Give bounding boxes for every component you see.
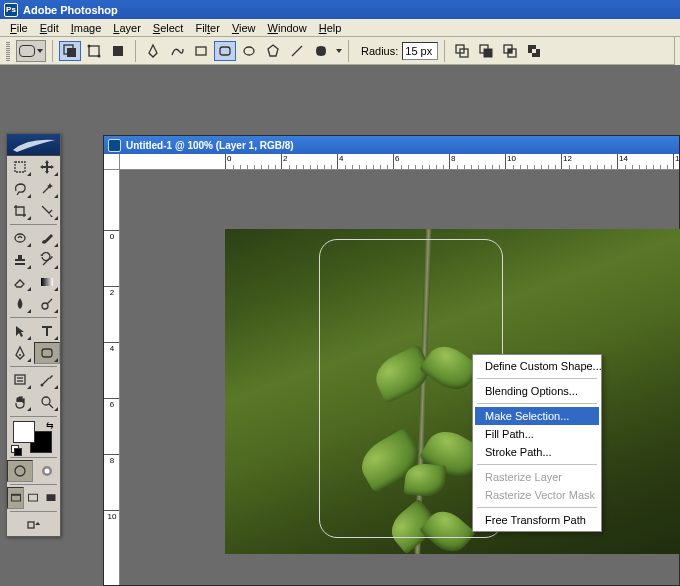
svg-point-8	[244, 47, 254, 55]
ruler-tick: 16	[673, 154, 679, 170]
healing-brush-tool[interactable]	[7, 227, 33, 249]
radius-label: Radius:	[361, 45, 398, 57]
eyedropper-tool[interactable]	[34, 369, 60, 391]
ruler-tick: 0	[225, 154, 231, 170]
rounded-rectangle-tool[interactable]	[34, 342, 60, 364]
fill-pixels-mode[interactable]	[107, 41, 129, 61]
rounded-rectangle-shape[interactable]	[214, 41, 236, 61]
svg-point-4	[98, 54, 101, 57]
horizontal-ruler[interactable]: 024681012141618	[120, 154, 679, 170]
docked-palette-edge[interactable]	[674, 37, 680, 65]
svg-point-22	[15, 234, 25, 242]
ruler-tick: 2	[281, 154, 287, 170]
marquee-tool[interactable]	[7, 156, 33, 178]
tools-palette[interactable]: ⇆	[6, 133, 61, 537]
pen-tool-option[interactable]	[142, 41, 164, 61]
document-titlebar[interactable]: Untitled-1 @ 100% (Layer 1, RGB/8)	[104, 136, 679, 154]
paths-mode[interactable]	[83, 41, 105, 61]
polygon-shape[interactable]	[262, 41, 284, 61]
dodge-tool[interactable]	[34, 293, 60, 315]
svg-rect-5	[113, 46, 123, 56]
photoshop-icon: Ps	[4, 3, 18, 17]
context-menu-item[interactable]: Free Transform Path	[475, 511, 599, 529]
svg-marker-9	[268, 45, 278, 56]
menu-select[interactable]: Select	[147, 20, 190, 36]
ellipse-shape[interactable]	[238, 41, 260, 61]
move-tool[interactable]	[34, 156, 60, 178]
ruler-tick: 14	[617, 154, 628, 170]
history-brush-tool[interactable]	[34, 249, 60, 271]
jump-to-imageready[interactable]	[7, 514, 60, 536]
default-colors-icon[interactable]	[11, 445, 21, 455]
context-menu-separator	[477, 464, 597, 465]
context-menu-separator	[477, 378, 597, 379]
menu-view[interactable]: View	[226, 20, 262, 36]
add-to-shape-area[interactable]	[451, 41, 473, 61]
type-tool[interactable]	[34, 320, 60, 342]
brush-tool[interactable]	[34, 227, 60, 249]
full-screen-mode[interactable]	[42, 487, 59, 509]
document-title: Untitled-1 @ 100% (Layer 1, RGB/8)	[126, 140, 294, 151]
gradient-tool[interactable]	[34, 271, 60, 293]
ruler-tick: 12	[561, 154, 572, 170]
pen-tool[interactable]	[7, 342, 33, 364]
path-select-tool[interactable]	[7, 320, 33, 342]
svg-rect-20	[532, 49, 536, 53]
context-menu-item[interactable]: Blending Options...	[475, 382, 599, 400]
freeform-pen-option[interactable]	[166, 41, 188, 61]
ruler-tick: 10	[104, 510, 120, 521]
lasso-tool[interactable]	[7, 178, 33, 200]
shape-options-arrow-icon[interactable]	[336, 49, 342, 53]
radius-input[interactable]	[402, 42, 438, 60]
menu-window[interactable]: Window	[262, 20, 313, 36]
context-menu-item[interactable]: Stroke Path...	[475, 443, 599, 461]
magic-wand-tool[interactable]	[34, 178, 60, 200]
ruler-tick: 6	[104, 398, 120, 409]
menu-filter[interactable]: Filter	[189, 20, 225, 36]
crop-tool[interactable]	[7, 200, 33, 222]
shape-layers-mode[interactable]	[59, 41, 81, 61]
line-shape[interactable]	[286, 41, 308, 61]
document-icon	[108, 139, 121, 152]
intersect-shape-areas[interactable]	[499, 41, 521, 61]
menu-image[interactable]: Image	[65, 20, 108, 36]
standard-mode-button[interactable]	[7, 460, 33, 482]
menu-help[interactable]: Help	[313, 20, 348, 36]
vertical-ruler[interactable]: 0246810	[104, 170, 120, 585]
current-tool-preset[interactable]	[16, 40, 46, 62]
swap-colors-icon[interactable]: ⇆	[46, 420, 54, 430]
custom-shape[interactable]	[310, 41, 332, 61]
options-grip[interactable]	[6, 41, 10, 61]
tools-palette-header[interactable]	[7, 134, 60, 156]
app-title: Adobe Photoshop	[23, 4, 118, 16]
color-swatches[interactable]: ⇆	[11, 419, 56, 455]
zoom-tool[interactable]	[34, 391, 60, 413]
ruler-tick: 8	[104, 454, 120, 465]
context-menu-separator	[477, 403, 597, 404]
standard-screen-mode[interactable]	[7, 487, 24, 509]
quickmask-mode-button[interactable]	[34, 460, 60, 482]
svg-line-10	[292, 46, 302, 56]
slice-tool[interactable]	[34, 200, 60, 222]
eraser-tool[interactable]	[7, 271, 33, 293]
exclude-shape-areas[interactable]	[523, 41, 545, 61]
notes-tool[interactable]	[7, 369, 33, 391]
full-screen-menubar-mode[interactable]	[25, 487, 42, 509]
context-menu-item[interactable]: Define Custom Shape...	[475, 357, 599, 375]
foreground-color-swatch[interactable]	[13, 421, 35, 443]
subtract-from-shape-area[interactable]	[475, 41, 497, 61]
ruler-origin[interactable]	[104, 154, 120, 170]
hand-tool[interactable]	[7, 391, 33, 413]
separator	[52, 40, 53, 62]
rectangle-shape[interactable]	[190, 41, 212, 61]
menu-layer[interactable]: Layer	[107, 20, 147, 36]
ruler-tick: 0	[104, 230, 120, 241]
context-menu-item[interactable]: Fill Path...	[475, 425, 599, 443]
menu-file[interactable]: File	[4, 20, 34, 36]
svg-rect-39	[46, 494, 55, 501]
context-menu-item[interactable]: Make Selection...	[475, 407, 599, 425]
blur-tool[interactable]	[7, 293, 33, 315]
stamp-tool[interactable]	[7, 249, 33, 271]
menu-edit[interactable]: Edit	[34, 20, 65, 36]
dropdown-arrow-icon	[37, 49, 43, 53]
